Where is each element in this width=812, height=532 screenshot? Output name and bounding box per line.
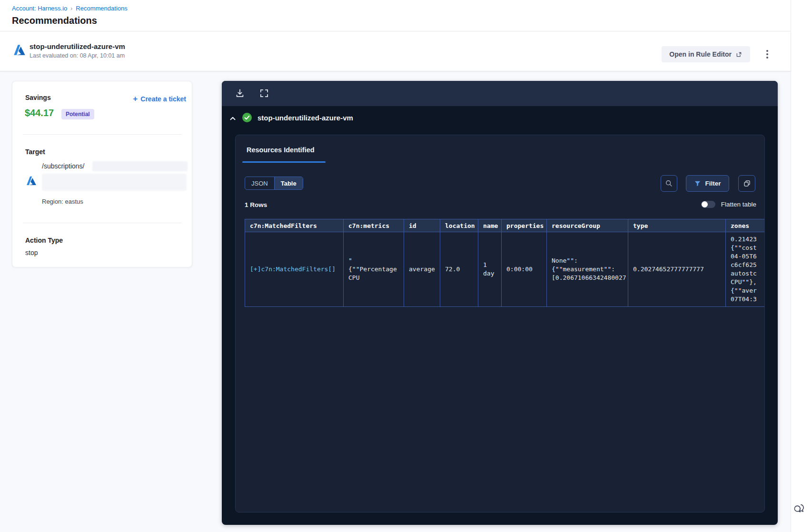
- filter-label: Filter: [705, 180, 721, 187]
- column-header-c7n:metrics: c7n:metrics: [344, 219, 404, 232]
- table-cell-properties: 0:00:00: [502, 232, 547, 307]
- column-header-properties: properties: [502, 219, 547, 232]
- table-cell-type: 0.20274652777777777: [628, 232, 726, 307]
- copy-icon: [743, 179, 751, 187]
- table-cell-name: 1 day: [478, 232, 502, 307]
- success-check-icon: [242, 113, 252, 122]
- breadcrumb-separator: ›: [70, 5, 72, 12]
- potential-badge: Potential: [61, 109, 94, 119]
- divider: [23, 223, 181, 223]
- view-toggle-table[interactable]: Table: [274, 177, 303, 189]
- results-panel: stop-underutilized-azure-vm Resources Id…: [222, 81, 778, 525]
- azure-logo-icon: [13, 44, 26, 56]
- fullscreen-icon[interactable]: [259, 88, 270, 99]
- azure-logo-icon: [26, 176, 37, 186]
- panel-title: stop-underutilized-azure-vm: [257, 114, 353, 122]
- redacted-text-blur: [42, 174, 187, 191]
- rows-count: 1 Rows: [245, 201, 267, 208]
- table-row: [+]c7n:MatchedFilters[]" {""Percentage C…: [245, 232, 765, 307]
- open-in-rule-editor-button[interactable]: Open in Rule Editor: [662, 46, 750, 62]
- app-content: Account: Harness.io›Recommendations Reco…: [0, 0, 791, 532]
- open-in-rule-editor-label: Open in Rule Editor: [669, 50, 732, 58]
- tab-resources-identified[interactable]: Resources Identified: [247, 146, 315, 154]
- table-cell-resourceGroup: None"": {""measurement"": [0.20671066342…: [547, 232, 628, 307]
- create-ticket-label: Create a ticket: [140, 95, 186, 103]
- recommendation-name: stop-underutilized-azure-vm: [30, 42, 125, 50]
- chat-help-icon[interactable]: [792, 502, 806, 515]
- view-toggle-json[interactable]: JSON: [245, 177, 274, 189]
- download-icon[interactable]: [235, 88, 246, 99]
- table-cell-zones: 0.21423 {""cost 04-05T6 c6cf625 autostc …: [726, 232, 765, 307]
- target-region: Region: eastus: [42, 198, 83, 205]
- page-title: Recommendations: [12, 15, 97, 26]
- resources-card: Resources Identified JSON Table Filter 1…: [235, 135, 765, 512]
- panel-toolbar: [222, 81, 778, 106]
- breadcrumb-current-link[interactable]: Recommendations: [76, 5, 127, 12]
- search-button[interactable]: [661, 175, 677, 192]
- column-header-resourceGroup: resourceGroup: [547, 219, 628, 232]
- chevron-up-icon[interactable]: [228, 114, 237, 123]
- funnel-icon: [694, 180, 701, 187]
- filter-button[interactable]: Filter: [686, 175, 729, 192]
- external-link-icon: [735, 51, 743, 58]
- column-header-location: location: [440, 219, 478, 232]
- table-cell-id: average: [404, 232, 440, 307]
- matched-filters-expander[interactable]: [+]c7n:MatchedFilters[]: [245, 232, 344, 307]
- breadcrumb-account-link[interactable]: Account: Harness.io: [12, 5, 67, 12]
- column-header-c7n:MatchedFilters: c7n:MatchedFilters: [245, 219, 344, 232]
- flatten-table-label: Flatten table: [721, 201, 756, 208]
- resources-table-wrapper: c7n:MatchedFiltersc7n:metricsidlocationn…: [245, 219, 765, 307]
- savings-label: Savings: [25, 94, 51, 101]
- top-bar: Account: Harness.io›Recommendations Reco…: [0, 0, 791, 31]
- savings-amount: $44.17: [25, 108, 54, 118]
- table-cell-location: 72.0: [440, 232, 478, 307]
- resources-table: c7n:MatchedFiltersc7n:metricsidlocationn…: [245, 219, 765, 307]
- action-type-value: stop: [25, 249, 38, 256]
- action-type-label: Action Type: [25, 236, 63, 244]
- table-cell-c7n:metrics: " {""Percentage CPU: [344, 232, 404, 307]
- plus-icon: +: [133, 96, 138, 102]
- view-toggle: JSON Table: [245, 177, 303, 190]
- copy-button[interactable]: [738, 175, 755, 192]
- savings-card: Savings + Create a ticket $44.17 Potenti…: [12, 81, 192, 267]
- column-header-zones: zones: [726, 219, 765, 232]
- panel-header-row: stop-underutilized-azure-vm: [222, 106, 778, 135]
- target-label: Target: [25, 148, 45, 156]
- flatten-table-toggle[interactable]: [701, 201, 715, 208]
- divider: [23, 134, 181, 135]
- tab-active-underline: [242, 161, 326, 163]
- last-evaluated-text: Last evaluated on: 08 Apr, 10:01 am: [30, 52, 125, 59]
- column-header-type: type: [628, 219, 726, 232]
- search-icon: [665, 179, 673, 187]
- column-header-name: name: [478, 219, 502, 232]
- create-ticket-button[interactable]: + Create a ticket: [133, 95, 186, 103]
- column-header-id: id: [404, 219, 440, 232]
- target-path: /subscriptions/: [42, 162, 84, 170]
- recommendation-header: stop-underutilized-azure-vm Last evaluat…: [0, 31, 791, 71]
- flatten-table-control: Flatten table: [701, 201, 756, 208]
- redacted-text-blur: [92, 161, 188, 171]
- more-options-menu[interactable]: [763, 48, 772, 61]
- breadcrumb: Account: Harness.io›Recommendations: [12, 5, 128, 12]
